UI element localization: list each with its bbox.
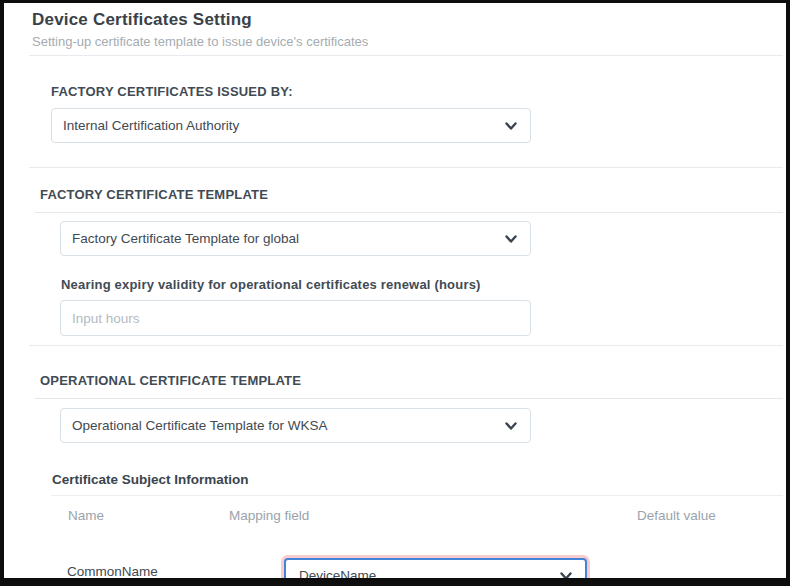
chevron-down-icon	[504, 419, 518, 433]
factory-template-select[interactable]: Factory Certificate Template for global	[60, 221, 531, 256]
factory-issuer-selected-value: Internal Certification Authority	[63, 118, 496, 133]
subject-table-header: Name Mapping field Default value	[51, 509, 783, 523]
factory-template-selected-value: Factory Certificate Template for global	[72, 231, 496, 246]
chevron-down-icon	[559, 569, 573, 583]
divider	[29, 167, 783, 168]
screenshot-frame: Device Certificates Setting Setting-up c…	[0, 0, 790, 586]
page-header: Device Certificates Setting Setting-up c…	[29, 3, 783, 56]
factory-issuer-label: FACTORY CERTIFICATES ISSUED BY:	[51, 85, 786, 99]
section-operational-template: OPERATIONAL CERTIFICATE TEMPLATE Operati…	[4, 374, 786, 586]
page-subtitle: Setting-up certificate template to issue…	[32, 34, 783, 50]
page-title: Device Certificates Setting	[32, 9, 783, 30]
section-factory-template: FACTORY CERTIFICATE TEMPLATE Factory Cer…	[4, 188, 786, 336]
operational-template-heading: OPERATIONAL CERTIFICATE TEMPLATE	[35, 374, 783, 399]
chevron-down-icon	[504, 119, 518, 133]
subject-info-heading: Certificate Subject Information	[51, 473, 783, 496]
commonname-mapping-selected-value: DeviceName	[299, 568, 551, 583]
column-header-default-value: Default value	[637, 509, 783, 523]
chevron-down-icon	[504, 232, 518, 246]
divider	[29, 345, 783, 346]
expiry-hours-label: Nearing expiry validity for operational …	[61, 278, 786, 292]
operational-template-selected-value: Operational Certificate Template for WKS…	[72, 418, 496, 433]
factory-template-heading: FACTORY CERTIFICATE TEMPLATE	[35, 188, 783, 213]
subject-row-name: CommonName	[67, 564, 228, 579]
device-certificates-setting-page: Device Certificates Setting Setting-up c…	[4, 3, 786, 578]
expiry-hours-input[interactable]	[60, 300, 531, 336]
factory-issuer-select[interactable]: Internal Certification Authority	[51, 108, 531, 143]
table-row-commonname: CommonName DeviceName	[51, 549, 783, 586]
operational-template-select[interactable]: Operational Certificate Template for WKS…	[60, 408, 531, 443]
column-header-name: Name	[68, 509, 229, 523]
column-header-mapping-field: Mapping field	[229, 509, 637, 523]
commonname-mapping-select[interactable]: DeviceName	[284, 558, 587, 586]
certificate-subject-info: Certificate Subject Information Name Map…	[51, 473, 783, 586]
section-factory-issuer: FACTORY CERTIFICATES ISSUED BY: Internal…	[51, 85, 786, 143]
